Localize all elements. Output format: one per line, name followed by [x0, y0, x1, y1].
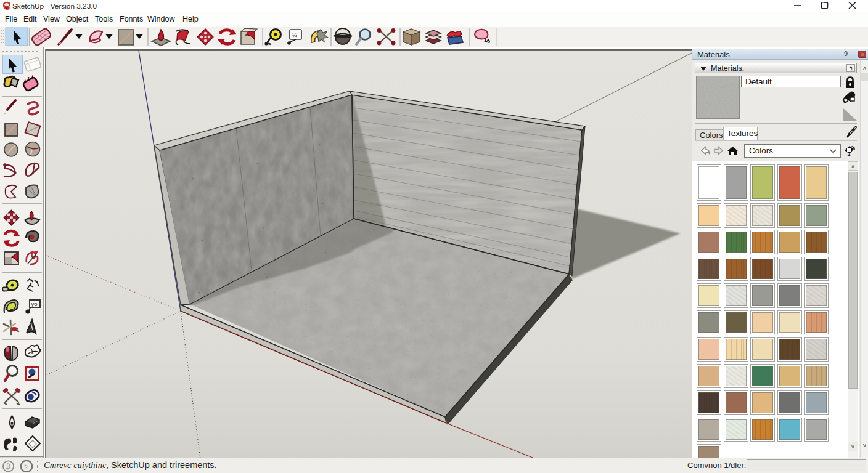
svg-text:§: § — [24, 463, 28, 470]
svg-text:¼: ¼ — [292, 32, 297, 38]
svg-text:₿: ₿ — [6, 463, 10, 470]
svg-text:yo: yo — [31, 301, 38, 307]
